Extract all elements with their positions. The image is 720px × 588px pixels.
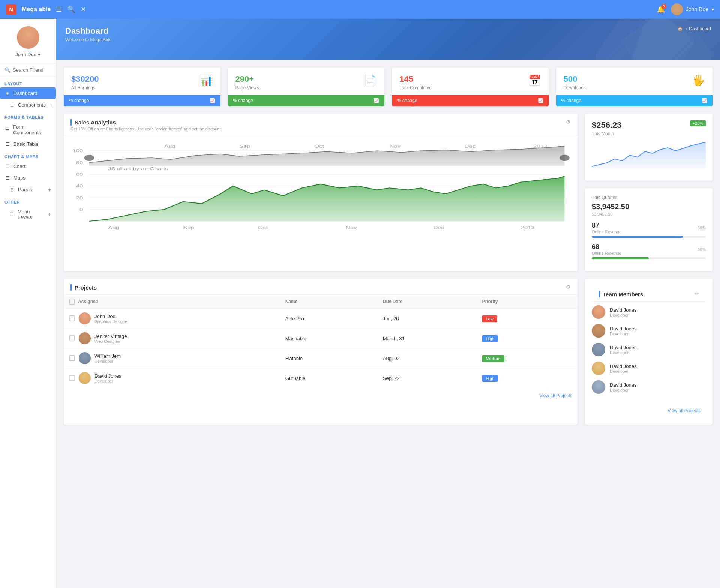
team-member-name: David Jones	[610, 363, 637, 369]
person-avatar	[79, 372, 91, 384]
tasks-footer[interactable]: % change 📈	[392, 95, 549, 106]
sidebar-item-maps[interactable]: ☰ Maps	[0, 172, 56, 184]
menu-levels-add-icon[interactable]: +	[48, 211, 51, 218]
row-checkbox[interactable]	[69, 335, 75, 341]
team-member-row: David Jones Developer	[592, 305, 706, 319]
sidebar-section-layout: Layout	[0, 77, 56, 87]
sidebar-item-label: Basic Table	[14, 141, 38, 147]
row-assigned: Jenifer Vintage Web Designer	[64, 328, 280, 348]
pageviews-icon: 📄	[364, 74, 377, 87]
col-assigned: Assigned	[64, 295, 280, 309]
sidebar-item-label: Maps	[14, 175, 26, 181]
row-assigned: William Jem Developer	[64, 348, 280, 368]
svg-point-28	[84, 155, 94, 161]
offline-progress-fill	[592, 257, 649, 259]
sidebar-item-chart[interactable]: ☰ Chart	[0, 160, 56, 172]
projects-settings-icon[interactable]: ⚙	[566, 284, 571, 290]
sidebar-item-components[interactable]: ⊞ Components	[4, 99, 50, 111]
chart-svg: 100 80 60 40 20 0 Aug Sep Oct Nov Dec 20…	[70, 139, 571, 249]
sidebar-item-dashboard[interactable]: ⊞ Dashboard	[0, 87, 56, 99]
revenue-badge: +20%	[690, 120, 706, 126]
pageviews-value: 290+	[236, 74, 259, 84]
svg-text:Sep: Sep	[183, 225, 194, 230]
svg-text:Oct: Oct	[258, 225, 268, 230]
svg-text:100: 100	[73, 149, 83, 153]
components-add-icon[interactable]: +	[50, 102, 54, 108]
person-role: Developer	[94, 359, 121, 363]
view-all-team-link-area: View all Projects	[592, 403, 706, 418]
col-due-date: Due Date	[378, 295, 477, 309]
priority-badge: High	[482, 375, 498, 382]
earnings-footer[interactable]: % change 📈	[64, 95, 220, 106]
row-checkbox[interactable]	[69, 355, 75, 361]
offline-pct: 50%	[698, 247, 706, 252]
downloads-footer[interactable]: % change 📈	[556, 95, 713, 106]
sidebar-search-icon: 🔍	[4, 67, 10, 73]
sidebar-username[interactable]: John Doe ▾	[15, 52, 40, 57]
topnav: M Mega able ☰ 🔍 ✕ 🔔 5 John Doe ▾	[0, 0, 720, 19]
offline-progress-bar	[592, 257, 706, 259]
svg-text:Nov: Nov	[346, 225, 357, 230]
sales-analytics-card: Sales Analytics Get 15% Off on amCharts …	[64, 114, 578, 271]
pages-add-icon[interactable]: +	[48, 186, 51, 193]
pageviews-footer[interactable]: % change 📈	[228, 95, 385, 106]
select-all-checkbox[interactable]	[69, 298, 75, 304]
sidebar-item-menu-levels[interactable]: ☰ Menu Levels	[4, 206, 48, 223]
row-due-date: Aug, 02	[378, 348, 477, 368]
topnav-logo: M	[6, 4, 16, 15]
topnav-brand: Mega able	[22, 6, 51, 13]
this-month-revenue-card: $256.23 This Month +20%	[585, 114, 712, 181]
revenue-label: This Month	[592, 131, 622, 136]
tasks-footer-icon: 📈	[538, 98, 543, 103]
sidebar-item-basic-table[interactable]: ☰ Basic Table	[0, 138, 56, 150]
team-settings-icon[interactable]: ✏	[694, 291, 699, 297]
tools-icon[interactable]: ✕	[81, 5, 86, 14]
main-content: Dashboard Welcome to Mega Able 🏠 › Dashb…	[56, 19, 720, 432]
breadcrumb: 🏠 › Dashboard	[677, 26, 711, 32]
view-all-projects-link[interactable]: View all Projects	[539, 393, 572, 398]
svg-text:Dec: Dec	[465, 144, 476, 148]
pageviews-label: Page Views	[236, 85, 259, 90]
tasks-value: 145	[399, 74, 432, 84]
online-progress-bar	[592, 236, 706, 238]
search-icon[interactable]: 🔍	[67, 5, 75, 14]
sidebar-item-label: Menu Levels	[18, 209, 44, 220]
bottom-grid: Projects ⚙ Assigned Na	[64, 279, 712, 424]
team-member-row: David Jones Developer	[592, 380, 706, 394]
sidebar-item-form-components[interactable]: ☰ Form Components	[0, 121, 56, 138]
search-friend-input[interactable]	[13, 67, 51, 73]
svg-marker-30	[592, 142, 706, 168]
person-name: Jenifer Vintage	[94, 333, 127, 339]
view-all-team-link[interactable]: View all Projects	[668, 408, 700, 413]
sidebar-item-pages[interactable]: ⊞ Pages	[4, 184, 48, 195]
team-member-name: David Jones	[610, 307, 637, 313]
sales-analytics-settings-icon[interactable]: ⚙	[566, 119, 571, 125]
person-avatar	[79, 352, 91, 364]
row-checkbox[interactable]	[69, 375, 75, 381]
row-checkbox[interactable]	[69, 315, 75, 321]
team-member-row: David Jones Developer	[592, 362, 706, 375]
team-member-role: Developer	[610, 369, 637, 374]
earnings-label: All Earnings	[71, 85, 99, 90]
menu-toggle-icon[interactable]: ☰	[56, 5, 62, 14]
revenue-amount: $256.23	[592, 120, 622, 130]
projects-card: Projects ⚙ Assigned Na	[64, 279, 578, 424]
svg-text:Sep: Sep	[239, 144, 250, 148]
user-menu[interactable]: John Doe ▾	[671, 3, 714, 15]
table-row: William Jem Developer Flatable Aug, 02 M…	[64, 348, 578, 368]
person-name: David Jones	[94, 373, 122, 379]
table-row: David Jones Developer Guruable Sep, 22 H…	[64, 368, 578, 388]
offline-value: 68	[592, 243, 621, 251]
notifications-bell[interactable]: 🔔 5	[657, 5, 665, 14]
chart-icon: ☰	[4, 164, 10, 169]
person-avatar	[79, 332, 91, 344]
sidebar-username-chevron: ▾	[38, 52, 40, 57]
downloads-footer-label: % change	[561, 98, 581, 103]
sidebar-profile: John Doe ▾	[0, 19, 56, 63]
user-name-label: John Doe	[686, 6, 708, 12]
team-member-name: David Jones	[610, 326, 637, 332]
page-subtitle: Welcome to Mega Able	[65, 37, 711, 42]
team-member-row: David Jones Developer	[592, 324, 706, 338]
main-grid: Sales Analytics Get 15% Off on amCharts …	[64, 114, 712, 271]
svg-text:Aug: Aug	[108, 225, 119, 230]
